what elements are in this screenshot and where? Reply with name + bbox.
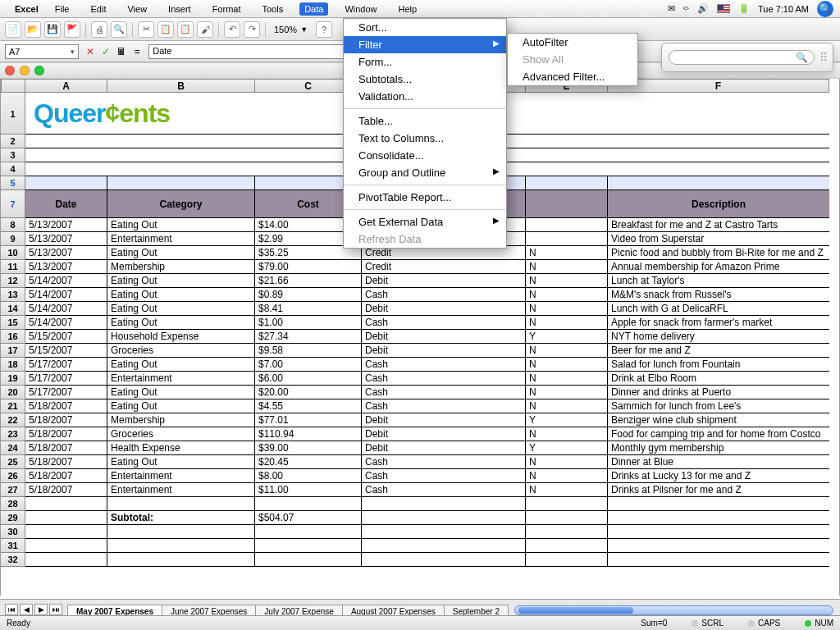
- enter-icon[interactable]: ✓: [99, 46, 112, 57]
- zoom-window-button[interactable]: [34, 66, 44, 75]
- cell-25-D[interactable]: Cash: [362, 455, 526, 469]
- data-menu-pivottable-report-[interactable]: PivotTable Report...: [344, 189, 506, 206]
- cell-29-B[interactable]: Subtotal:: [107, 511, 255, 525]
- row-header-12[interactable]: 12: [1, 274, 25, 288]
- cell-32-E[interactable]: [526, 553, 608, 567]
- format-painter-button[interactable]: 🖌: [197, 21, 213, 38]
- cell-12-E[interactable]: N: [526, 274, 608, 288]
- cell-24-A[interactable]: 5/18/2007: [25, 441, 107, 455]
- tab-nav-last[interactable]: ⏭: [49, 604, 62, 615]
- cell-16-E[interactable]: Y: [526, 330, 608, 344]
- menu-file[interactable]: File: [50, 2, 75, 16]
- cell-13-C[interactable]: $0.89: [255, 288, 362, 302]
- cell-26-C[interactable]: $8.00: [255, 469, 362, 483]
- cell-22-A[interactable]: 5/18/2007: [25, 413, 107, 427]
- cell-30-E[interactable]: [526, 525, 608, 539]
- cell-20-E[interactable]: N: [526, 386, 608, 399]
- row-header-24[interactable]: 24: [1, 441, 25, 455]
- row-header-22[interactable]: 22: [1, 413, 25, 427]
- copy-button[interactable]: 📋: [158, 21, 174, 38]
- mail-icon[interactable]: ✉︎: [668, 3, 675, 14]
- spotlight-icon[interactable]: 🔍: [817, 1, 833, 17]
- cell-22-C[interactable]: $77.01: [255, 413, 362, 427]
- row-header-7[interactable]: 7: [1, 190, 25, 218]
- row-header-1[interactable]: 1: [1, 93, 25, 135]
- cell-14-E[interactable]: N: [526, 302, 608, 316]
- cell-18-F[interactable]: Salad for lunch from Fountain: [608, 358, 829, 372]
- save-button[interactable]: 💾: [44, 21, 61, 38]
- tab-nav-prev[interactable]: ◀: [20, 604, 33, 615]
- cell-22-E[interactable]: Y: [526, 413, 608, 427]
- cell-27-A[interactable]: 5/18/2007: [25, 483, 107, 497]
- horizontal-scrollbar[interactable]: [514, 605, 833, 615]
- equals-icon[interactable]: =: [130, 46, 144, 57]
- cell-29-E[interactable]: [526, 511, 608, 525]
- volume-icon[interactable]: 🔊: [697, 3, 709, 14]
- wifi-icon[interactable]: ⌔: [683, 4, 689, 14]
- cell-12-F[interactable]: Lunch at Taylor's: [608, 274, 829, 288]
- cell-22-F[interactable]: Benziger wine club shipment: [608, 413, 829, 427]
- row-header-18[interactable]: 18: [1, 358, 25, 372]
- cell-22-B[interactable]: Membership: [107, 413, 255, 427]
- name-box[interactable]: A7: [5, 44, 79, 59]
- cell-18-A[interactable]: 5/17/2007: [25, 358, 107, 372]
- flag-button[interactable]: 🚩: [64, 21, 80, 38]
- cell-26-D[interactable]: Cash: [362, 469, 526, 483]
- data-menu-consolidate-[interactable]: Consolidate...: [344, 147, 506, 164]
- cell-21-D[interactable]: Cash: [362, 399, 526, 413]
- help-button[interactable]: ?: [316, 21, 332, 38]
- data-menu-validation-[interactable]: Validation...: [344, 88, 506, 105]
- cell-21-E[interactable]: N: [526, 399, 608, 413]
- cell-13-E[interactable]: N: [526, 288, 608, 302]
- cell-19-B[interactable]: Entertainment: [107, 372, 255, 386]
- battery-icon[interactable]: 🔋: [738, 3, 750, 14]
- cell-19-A[interactable]: 5/17/2007: [25, 372, 107, 386]
- cell-32-C[interactable]: [255, 553, 362, 567]
- cell-25-F[interactable]: Dinner at Blue: [608, 455, 829, 469]
- cell-8-A[interactable]: 5/13/2007: [25, 218, 107, 232]
- cell-10-E[interactable]: N: [526, 246, 608, 260]
- cell-19-D[interactable]: Cash: [362, 372, 526, 386]
- redo-button[interactable]: ↷: [244, 21, 260, 38]
- cell-15-E[interactable]: N: [526, 316, 608, 330]
- cell-11-B[interactable]: Membership: [107, 260, 255, 274]
- cell-15-A[interactable]: 5/14/2007: [25, 316, 107, 330]
- column-header-F[interactable]: F: [608, 79, 829, 93]
- row-header-32[interactable]: 32: [1, 553, 25, 567]
- cell-10-F[interactable]: Picnic food and bubbly from Bi-Rite for …: [608, 246, 829, 260]
- cell-13-A[interactable]: 5/14/2007: [25, 288, 107, 302]
- cell-23-E[interactable]: N: [526, 427, 608, 441]
- cell-32-A[interactable]: [25, 553, 107, 567]
- row-header-20[interactable]: 20: [1, 386, 25, 399]
- cell-12-B[interactable]: Eating Out: [107, 274, 255, 288]
- cell-30-C[interactable]: [255, 525, 362, 539]
- row-header-10[interactable]: 10: [1, 246, 25, 260]
- cell-15-B[interactable]: Eating Out: [107, 316, 255, 330]
- cell-5-A[interactable]: [25, 176, 107, 190]
- cell-13-F[interactable]: M&M's snack from Russel's: [608, 288, 829, 302]
- cell-23-B[interactable]: Groceries: [107, 427, 255, 441]
- cell-27-D[interactable]: Cash: [362, 483, 526, 497]
- cell-10-B[interactable]: Eating Out: [107, 246, 255, 260]
- cell-30-A[interactable]: [25, 525, 107, 539]
- cell-20-C[interactable]: $20.00: [255, 386, 362, 399]
- cell-30-B[interactable]: [107, 525, 255, 539]
- cell-30-D[interactable]: [362, 525, 526, 539]
- cell-23-A[interactable]: 5/18/2007: [25, 427, 107, 441]
- cell-9-B[interactable]: Entertainment: [107, 232, 255, 246]
- row-header-28[interactable]: 28: [1, 497, 25, 511]
- row-header-27[interactable]: 27: [1, 483, 25, 497]
- row-header-8[interactable]: 8: [1, 218, 25, 232]
- cell-17-A[interactable]: 5/15/2007: [25, 344, 107, 358]
- cell-14-F[interactable]: Lunch with G at DelicaRFL: [608, 302, 829, 316]
- cell-11-A[interactable]: 5/13/2007: [25, 260, 107, 274]
- cell-28-C[interactable]: [255, 497, 362, 511]
- cell-20-A[interactable]: 5/17/2007: [25, 386, 107, 399]
- cell-24-B[interactable]: Health Expense: [107, 441, 255, 455]
- cell-14-D[interactable]: Debit: [362, 302, 526, 316]
- cell-32-D[interactable]: [362, 553, 526, 567]
- cell-11-C[interactable]: $79.00: [255, 260, 362, 274]
- cell-31-B[interactable]: [107, 539, 255, 553]
- new-button[interactable]: 📄: [5, 21, 21, 38]
- cell-10-A[interactable]: 5/13/2007: [25, 246, 107, 260]
